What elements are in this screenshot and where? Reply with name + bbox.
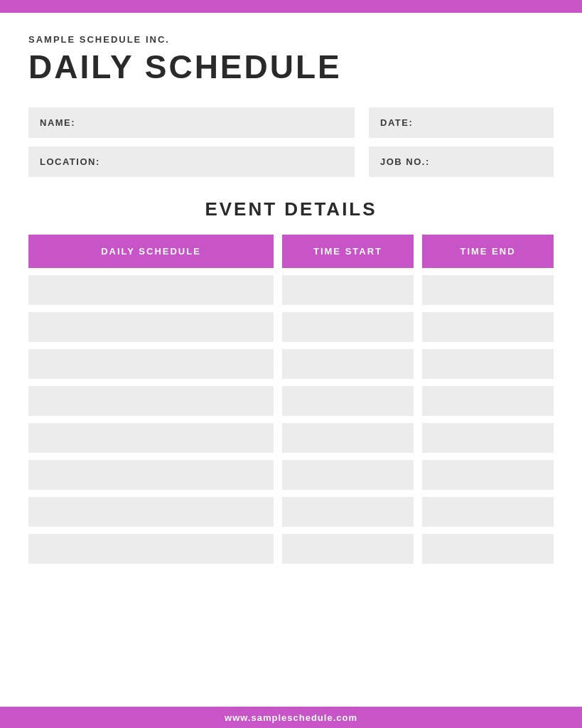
time-start-cell-0 xyxy=(282,275,414,305)
time-end-cell-7 xyxy=(422,534,554,564)
table-row xyxy=(28,497,554,527)
time-start-cell-3 xyxy=(282,386,414,416)
schedule-cell-2 xyxy=(28,349,274,379)
time-start-cell-4 xyxy=(282,423,414,453)
table-row xyxy=(28,275,554,305)
date-field: DATE: xyxy=(369,107,554,138)
website-text: www.sampleschedule.com xyxy=(225,712,357,723)
schedule-cell-1 xyxy=(28,312,274,342)
table-row xyxy=(28,460,554,490)
time-start-cell-2 xyxy=(282,349,414,379)
header-schedule: DAILY SCHEDULE xyxy=(28,235,274,268)
jobno-field: JOB NO.: xyxy=(369,146,554,177)
main-content: SAMPLE SCHEDULE INC. DAILY SCHEDULE NAME… xyxy=(0,13,582,578)
table-row xyxy=(28,423,554,453)
schedule-cell-5 xyxy=(28,460,274,490)
time-start-cell-7 xyxy=(282,534,414,564)
location-field: LOCATION: xyxy=(28,146,355,177)
time-end-cell-0 xyxy=(422,275,554,305)
schedule-cell-3 xyxy=(28,386,274,416)
header-time-end: TIME END xyxy=(422,235,554,268)
table-row xyxy=(28,349,554,379)
time-start-cell-5 xyxy=(282,460,414,490)
table-rows xyxy=(28,275,554,564)
time-end-cell-4 xyxy=(422,423,554,453)
top-bar xyxy=(0,0,582,13)
table-header: DAILY SCHEDULE TIME START TIME END xyxy=(28,235,554,268)
fields-section: NAME: LOCATION: DATE: JOB NO.: xyxy=(28,107,554,177)
table-row xyxy=(28,386,554,416)
table-row xyxy=(28,534,554,564)
event-details-title: EVENT DETAILS xyxy=(28,198,554,220)
time-start-cell-1 xyxy=(282,312,414,342)
time-start-cell-6 xyxy=(282,497,414,527)
fields-right: DATE: JOB NO.: xyxy=(369,107,554,177)
time-end-cell-6 xyxy=(422,497,554,527)
schedule-cell-4 xyxy=(28,423,274,453)
header-time-start: TIME START xyxy=(282,235,414,268)
time-end-cell-3 xyxy=(422,386,554,416)
time-end-cell-5 xyxy=(422,460,554,490)
bottom-bar: www.sampleschedule.com xyxy=(0,707,582,728)
schedule-cell-0 xyxy=(28,275,274,305)
name-field: NAME: xyxy=(28,107,355,138)
time-end-cell-1 xyxy=(422,312,554,342)
schedule-cell-7 xyxy=(28,534,274,564)
schedule-table: DAILY SCHEDULE TIME START TIME END xyxy=(28,235,554,564)
table-row xyxy=(28,312,554,342)
time-end-cell-2 xyxy=(422,349,554,379)
company-name: SAMPLE SCHEDULE INC. xyxy=(28,34,554,45)
page-title: DAILY SCHEDULE xyxy=(28,48,554,86)
schedule-cell-6 xyxy=(28,497,274,527)
fields-left: NAME: LOCATION: xyxy=(28,107,355,177)
